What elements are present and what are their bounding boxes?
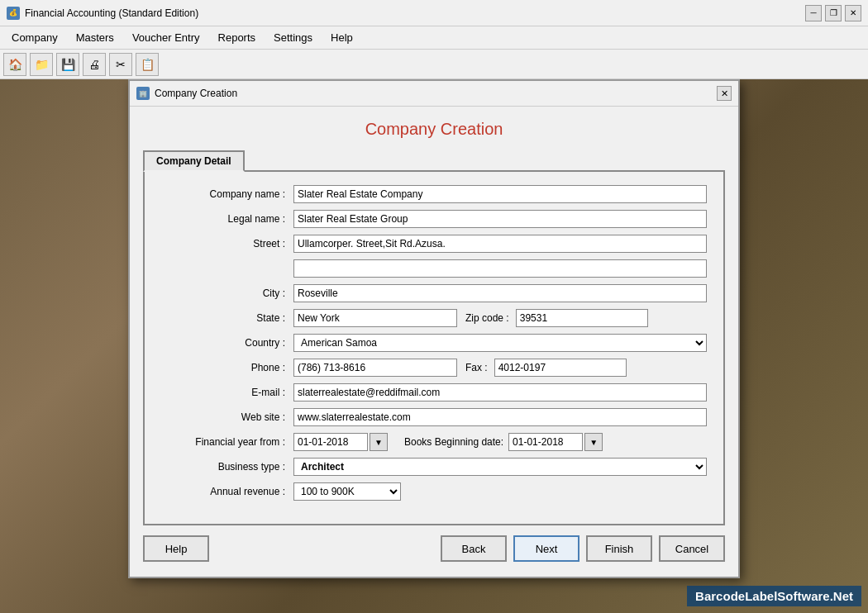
website-input[interactable] [293, 408, 707, 426]
back-button[interactable]: Back [441, 535, 507, 562]
business-type-label: Business type : [161, 461, 293, 473]
website-label: Web site : [161, 411, 293, 423]
tab-section: Company Detail [143, 149, 725, 170]
tab-company-detail[interactable]: Company Detail [143, 150, 245, 172]
city-row: City : [161, 284, 707, 302]
dialog-overlay: 🏢 Company Creation ✕ Company Creation Co… [0, 79, 868, 613]
company-creation-dialog: 🏢 Company Creation ✕ Company Creation Co… [128, 79, 740, 578]
close-app-button[interactable]: ✕ [845, 5, 861, 21]
minimize-button[interactable]: ─ [805, 5, 822, 21]
books-date-section: Books Beginning date: ▼ [404, 433, 603, 451]
dialog-title-text: Company Creation [155, 88, 237, 99]
company-name-input[interactable] [293, 185, 707, 203]
legal-name-label: Legal name : [161, 213, 293, 225]
fax-label: Fax : [465, 362, 488, 373]
menu-voucher-entry[interactable]: Voucher Entry [124, 29, 208, 46]
books-calendar-button[interactable]: ▼ [584, 433, 603, 451]
finish-button[interactable]: Finish [586, 535, 652, 562]
dialog-icon: 🏢 [136, 87, 150, 100]
city-label: City : [161, 287, 293, 299]
legal-name-row: Legal name : [161, 210, 707, 228]
annual-revenue-row: Annual revenue : 100 to 900K 1M to 5M 5M… [161, 482, 707, 501]
state-zip-row: State : Zip code : [161, 309, 707, 327]
footer-right: Back Next Finish Cancel [441, 535, 725, 562]
menu-help[interactable]: Help [322, 29, 361, 46]
zip-input[interactable] [516, 309, 648, 327]
fin-year-label: Financial year from : [161, 436, 293, 448]
phone-fax-group: Fax : [293, 359, 627, 377]
company-name-row: Company name : [161, 185, 707, 203]
menu-bar: Company Masters Voucher Entry Reports Se… [0, 26, 868, 50]
state-label: State : [161, 312, 293, 324]
toolbar-print-button[interactable]: 🖨 [83, 53, 106, 76]
business-type-select[interactable]: Architect Accountant Consultant [293, 458, 707, 476]
phone-fax-row: Phone : Fax : [161, 359, 707, 377]
dialog-heading: Company Creation [130, 107, 738, 149]
dialog-title-bar: 🏢 Company Creation ✕ [130, 81, 738, 107]
street-row-1: Street : [161, 235, 707, 253]
app-icon: 💰 [7, 7, 20, 20]
toolbar-open-button[interactable]: 📁 [30, 53, 53, 76]
fax-input[interactable] [494, 359, 627, 377]
menu-settings[interactable]: Settings [265, 29, 321, 46]
annual-revenue-label: Annual revenue : [161, 486, 293, 497]
phone-input[interactable] [293, 359, 457, 377]
toolbar-home-button[interactable]: 🏠 [3, 53, 26, 76]
dates-group: ▼ Books Beginning date: ▼ [293, 433, 603, 451]
menu-masters[interactable]: Masters [68, 29, 122, 46]
cancel-button[interactable]: Cancel [659, 535, 725, 562]
fin-year-calendar-button[interactable]: ▼ [370, 433, 388, 451]
phone-label: Phone : [161, 362, 293, 373]
dialog-content: Company Creation Company Detail Company … [130, 107, 738, 577]
title-bar: 💰 Financial Accounting (Standard Edition… [0, 0, 868, 26]
footer-left: Help [143, 535, 209, 562]
street-row-2 [161, 259, 707, 278]
toolbar-cut-button[interactable]: ✂ [109, 53, 132, 76]
state-input[interactable] [293, 309, 457, 327]
help-button[interactable]: Help [143, 535, 209, 562]
email-row: E-mail : [161, 383, 707, 402]
state-zip-group: Zip code : [293, 309, 648, 327]
books-date-input[interactable] [508, 433, 583, 451]
website-row: Web site : [161, 408, 707, 426]
country-label: Country : [161, 337, 293, 349]
city-input[interactable] [293, 284, 707, 302]
fin-year-input[interactable] [293, 433, 368, 451]
books-beginning-label: Books Beginning date: [404, 436, 503, 448]
legal-name-input[interactable] [293, 210, 707, 228]
form-panel: Company name : Legal name : Street : [143, 170, 725, 525]
zip-label: Zip code : [465, 312, 509, 324]
street-input-2[interactable] [293, 259, 707, 278]
watermark: BarcodeLabelSoftware.Net [687, 586, 861, 606]
app-title: Financial Accounting (Standard Edition) [25, 7, 805, 19]
next-button[interactable]: Next [513, 535, 579, 562]
street-input-1[interactable] [293, 235, 707, 253]
restore-button[interactable]: ❐ [825, 5, 842, 21]
email-input[interactable] [293, 383, 707, 402]
annual-revenue-select[interactable]: 100 to 900K 1M to 5M 5M to 10M [293, 482, 401, 501]
company-name-label: Company name : [161, 188, 293, 200]
business-type-row: Business type : Architect Accountant Con… [161, 458, 707, 476]
menu-reports[interactable]: Reports [210, 29, 265, 46]
country-row: Country : American Samoa United States C… [161, 334, 707, 352]
financial-year-row: Financial year from : ▼ Books Beginning … [161, 433, 707, 451]
toolbar: 🏠 📁 💾 🖨 ✂ 📋 [0, 50, 868, 79]
toolbar-save-button[interactable]: 💾 [56, 53, 79, 76]
menu-company[interactable]: Company [3, 29, 66, 46]
window-controls: ─ ❐ ✕ [805, 5, 861, 21]
dialog-footer: Help Back Next Finish Cancel [130, 525, 738, 568]
email-label: E-mail : [161, 387, 293, 398]
country-select[interactable]: American Samoa United States Canada [293, 334, 707, 352]
dialog-close-button[interactable]: ✕ [717, 86, 732, 101]
toolbar-clipboard-button[interactable]: 📋 [136, 53, 159, 76]
dialog-title-left: 🏢 Company Creation [136, 87, 237, 100]
street-label: Street : [161, 238, 293, 249]
